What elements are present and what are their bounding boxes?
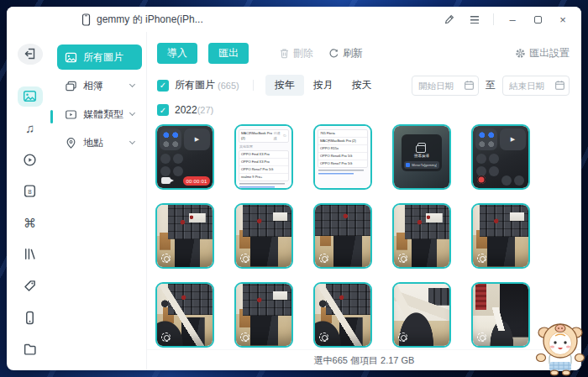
location-icon xyxy=(65,137,77,149)
live-photo-icon xyxy=(319,254,328,263)
nav-item-albums[interactable]: 相簿 xyxy=(57,73,142,98)
sidebar-item-contacts[interactable]: 8 xyxy=(18,181,43,202)
photo-thumbnail[interactable] xyxy=(155,282,214,348)
export-button[interactable]: 匯出 xyxy=(208,43,249,64)
export-settings-button[interactable]: 匯出設置 xyxy=(515,46,570,60)
photo-thumbnail[interactable] xyxy=(471,203,530,269)
tag-icon xyxy=(23,279,37,293)
nav-item-media-type[interactable]: 媒體類型 xyxy=(57,102,142,127)
contacts-icon: 8 xyxy=(23,184,37,198)
room-photo xyxy=(473,284,528,346)
photo-thumbnail[interactable] xyxy=(234,203,293,269)
delete-button[interactable]: 刪除 xyxy=(279,46,313,60)
tab-by-year[interactable]: 按年 xyxy=(265,75,304,96)
nav-item-label: 所有圖片 xyxy=(83,50,123,65)
photo-grid: ▶ 00:00:01 xyxy=(147,121,581,348)
exit-device-button[interactable] xyxy=(18,44,43,65)
bt-header: MAC的MacBook Pro (2) 已連線ⓘ xyxy=(239,129,289,143)
live-photo-icon xyxy=(398,254,407,263)
live-photo-icon xyxy=(240,254,249,263)
cc-tile xyxy=(489,154,499,164)
photo-thumbnail[interactable] xyxy=(155,203,214,269)
close-button[interactable]: × xyxy=(556,13,570,26)
photo-thumbnail[interactable] xyxy=(392,282,451,348)
live-photo-icon xyxy=(477,254,486,263)
filter-divider xyxy=(253,80,254,91)
date-range: 至 xyxy=(412,76,570,96)
all-photos-count: (665) xyxy=(218,81,239,91)
sidebar-item-files[interactable] xyxy=(18,338,43,359)
photo-thumbnail[interactable]: 765 Floria MAC的MacBook Pro (2) OPPO R15x… xyxy=(313,124,372,190)
media-tile: ▶ xyxy=(184,128,210,150)
status-bar: 選中665 個項目 2.17 GB xyxy=(147,349,581,370)
sidebar-item-videos[interactable] xyxy=(18,149,43,170)
filter-row: ✓ 所有圖片 (665) 按年 按月 按天 至 xyxy=(147,71,581,99)
connectivity-tile xyxy=(160,128,181,150)
sidebar-item-tags[interactable] xyxy=(18,275,43,296)
broadcast-title: 螢幕廣播 xyxy=(404,154,439,159)
room-photo xyxy=(236,205,291,267)
files-icon xyxy=(23,342,37,356)
photo-thumbnail[interactable] xyxy=(313,203,372,269)
sidebar-item-music[interactable]: ♫ xyxy=(18,118,43,139)
year-label: 2022 xyxy=(175,104,197,116)
device-title: gemmy 的 iPhone(iPh... xyxy=(81,13,203,27)
titlebar: gemmy 的 iPhone(iPh... – × xyxy=(7,7,581,32)
cc-tile xyxy=(476,154,486,164)
tab-by-day[interactable]: 按天 xyxy=(343,75,381,96)
bt-status: 已連線ⓘ xyxy=(274,131,286,141)
menu-icon[interactable] xyxy=(468,13,481,26)
live-photo-icon xyxy=(240,332,249,342)
photo-thumbnail[interactable]: 螢幕廣播 MirrorTo[gemmy] xyxy=(392,124,451,190)
connectivity-tile xyxy=(475,128,497,150)
control-center-screenshot: ▶ xyxy=(473,126,528,188)
rename-icon[interactable] xyxy=(443,13,456,26)
photo-thumbnail[interactable]: ▶ xyxy=(471,124,530,190)
nav-item-all-photos[interactable]: 所有圖片 xyxy=(57,45,142,70)
device-icon xyxy=(23,311,37,325)
books-icon xyxy=(23,247,37,261)
sidebar-item-device[interactable] xyxy=(18,307,43,328)
select-all-checkbox[interactable]: ✓ xyxy=(157,80,169,92)
sidebar-item-apps[interactable]: ⌘ xyxy=(18,212,43,233)
bt-footnote-lines xyxy=(318,170,368,175)
bt-device-row: realme 9 Pro+ xyxy=(239,174,288,181)
apps-icon: ⌘ xyxy=(24,217,36,229)
maximize-icon xyxy=(534,16,542,24)
play-icon: ▶ xyxy=(511,136,515,143)
calendar-icon xyxy=(554,80,565,91)
camcorder-icon xyxy=(161,177,171,184)
bt-device-row: OPPO Find X3 Pro xyxy=(239,151,288,159)
sidebar-item-photos[interactable] xyxy=(18,86,43,107)
photo-thumbnail[interactable] xyxy=(392,203,451,269)
import-button[interactable]: 導入 xyxy=(157,43,197,64)
photo-thumbnail[interactable] xyxy=(313,282,372,348)
photo-thumbnail[interactable]: ▶ 00:00:01 xyxy=(155,124,214,190)
refresh-label: 刷新 xyxy=(343,46,363,60)
bt-device-name: MAC的MacBook Pro (2) xyxy=(241,131,274,141)
photo-thumbnail[interactable] xyxy=(234,282,293,348)
bluetooth-screenshot: 765 Floria MAC的MacBook Pro (2) OPPO R15x… xyxy=(315,126,370,188)
refresh-button[interactable]: 刷新 xyxy=(328,46,363,60)
room-photo xyxy=(394,205,449,267)
photo-thumbnail[interactable]: MAC的MacBook Pro (2) 已連線ⓘ 其他裝置 OPPO Find … xyxy=(234,124,293,190)
app-window: gemmy 的 iPhone(iPh... – × xyxy=(7,7,581,370)
tab-by-month[interactable]: 按月 xyxy=(304,75,343,96)
photo-thumbnail[interactable] xyxy=(471,282,530,348)
minimize-button[interactable]: – xyxy=(506,13,519,26)
year-count: (27) xyxy=(197,105,214,115)
broadcast-target: MirrorTo[gemmy] xyxy=(404,161,439,169)
maximize-button[interactable] xyxy=(531,13,544,26)
year-checkbox[interactable]: ✓ xyxy=(157,104,169,116)
phone-icon xyxy=(81,13,92,26)
delete-label: 刪除 xyxy=(293,46,313,60)
chevron-down-icon xyxy=(129,81,135,87)
rail-active-indicator xyxy=(50,110,53,123)
media-tile: ▶ xyxy=(500,128,526,150)
sidebar-item-books[interactable] xyxy=(18,244,43,265)
year-group-row: ✓ 2022 (27) xyxy=(147,99,581,121)
calendar-icon xyxy=(464,80,475,91)
date-to-label: 至 xyxy=(486,78,496,92)
mirror-target-label: MirrorTo[gemmy] xyxy=(412,163,437,167)
nav-item-location[interactable]: 地點 xyxy=(57,130,142,155)
